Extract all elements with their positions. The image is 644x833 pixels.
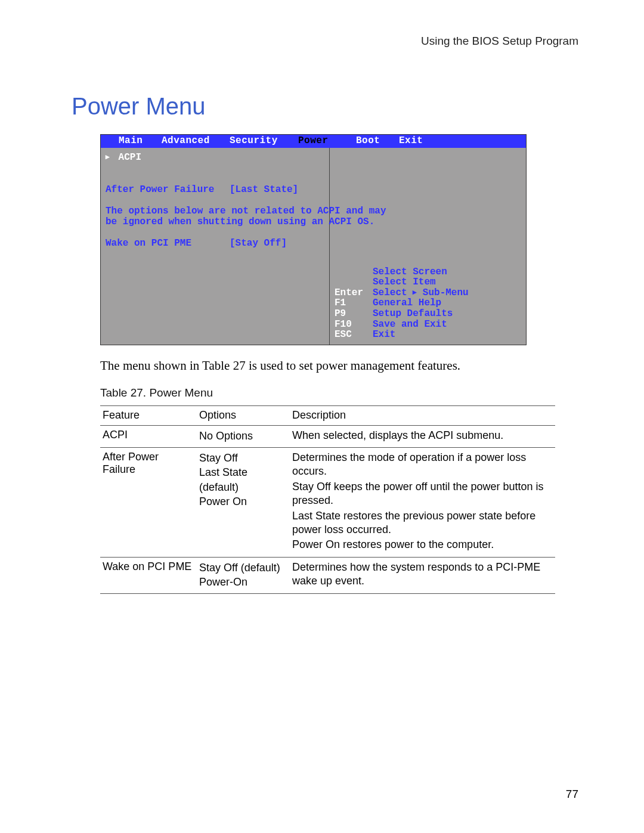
wake-on-pci-pme-value: [Stay Off]	[230, 239, 287, 249]
cell-options: No Options	[197, 425, 290, 447]
after-power-failure-label: After Power Failure	[106, 185, 230, 196]
page-header: Using the BIOS Setup Program	[72, 35, 578, 48]
bios-body: ACPI After Power Failure[Last State] The…	[101, 148, 526, 345]
cell-feature: Wake on PCI PME	[100, 557, 197, 593]
th-feature: Feature	[100, 405, 197, 425]
hv-3: General Help	[373, 298, 441, 309]
cell-feature: ACPI	[100, 425, 197, 447]
menu-power: Power	[298, 136, 356, 147]
hv-0: Select Screen	[373, 267, 447, 278]
hk-1	[335, 277, 373, 288]
page-number: 77	[566, 788, 578, 801]
hv-2: Select Sub-Menu	[373, 288, 469, 299]
cell-description: Determines how the system responds to a …	[290, 557, 555, 593]
table-caption: Table 27. Power Menu	[100, 386, 578, 400]
acpi-item: ACPI	[119, 152, 141, 163]
table-row: Wake on PCI PME Stay Off (default) Power…	[100, 557, 555, 593]
hk-3: F1	[335, 298, 373, 309]
hk-6: ESC	[335, 330, 373, 340]
cell-options: Stay Off (default) Power-On	[197, 557, 290, 593]
bios-menubar: Main Advanced Security Power Boot Exit	[101, 135, 526, 148]
hv-5: Save and Exit	[373, 320, 447, 330]
th-description: Description	[290, 405, 555, 425]
menu-boot: Boot	[356, 136, 399, 147]
th-options: Options	[197, 405, 290, 425]
bios-right-pane: Select Screen Select Item EnterSelect Su…	[330, 148, 526, 345]
table-row: After Power Failure Stay Off Last State …	[100, 447, 555, 557]
menu-main: Main	[119, 136, 162, 147]
power-menu-table: Feature Options Description ACPI No Opti…	[100, 405, 555, 594]
hk-4: P9	[335, 309, 373, 320]
description-paragraph: The menu shown in Table 27 is used to se…	[100, 358, 578, 373]
note-line-1: The options below are not related to ACP…	[106, 206, 326, 217]
menu-exit: Exit	[399, 136, 423, 147]
cell-feature: After Power Failure	[100, 447, 197, 557]
help-key-list: Select Screen Select Item EnterSelect Su…	[335, 267, 522, 340]
hk-0	[335, 267, 373, 278]
cell-description: Determines the mode of operation if a po…	[290, 447, 555, 557]
hv-6: Exit	[373, 330, 395, 340]
cell-description: When selected, displays the ACPI submenu…	[290, 425, 555, 447]
menu-security: Security	[230, 136, 298, 147]
cell-options: Stay Off Last State (default) Power On	[197, 447, 290, 557]
note-line-2: be ignored when shutting down using an A…	[106, 217, 326, 228]
wake-on-pci-pme-label: Wake on PCI PME	[106, 239, 230, 249]
hk-5: F10	[335, 320, 373, 330]
bios-left-pane: ACPI After Power Failure[Last State] The…	[101, 148, 330, 345]
hk-2: Enter	[335, 288, 373, 299]
table-row: ACPI No Options When selected, displays …	[100, 425, 555, 447]
menu-advanced: Advanced	[162, 136, 230, 147]
page-title: Power Menu	[72, 93, 578, 120]
bios-screenshot: Main Advanced Security Power Boot Exit A…	[100, 134, 527, 345]
submenu-arrow-icon	[106, 153, 113, 163]
after-power-failure-value: [Last State]	[230, 185, 298, 196]
hv-4: Setup Defaults	[373, 309, 453, 320]
hv-1: Select Item	[373, 277, 436, 288]
